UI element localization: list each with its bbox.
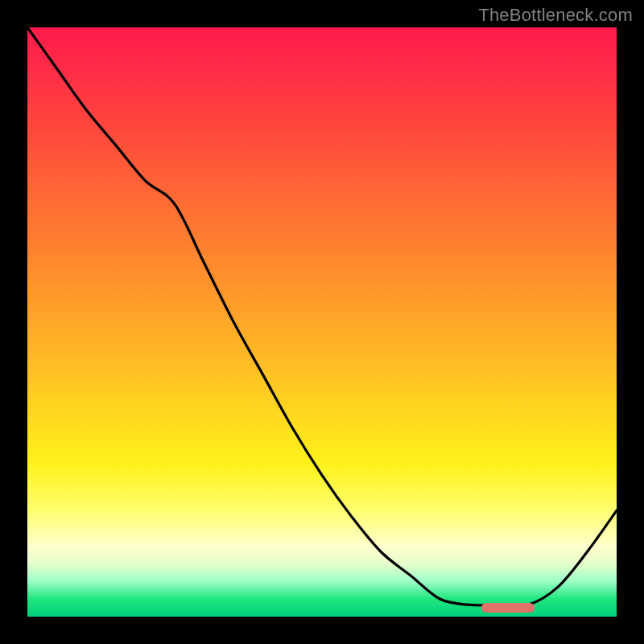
chart-frame: TheBottleneck.com <box>0 0 644 644</box>
bottleneck-curve-path <box>27 27 617 606</box>
watermark-text: TheBottleneck.com <box>478 5 633 26</box>
plot-area <box>27 27 617 617</box>
optimal-range-marker <box>481 603 535 613</box>
bottleneck-curve <box>27 27 617 617</box>
